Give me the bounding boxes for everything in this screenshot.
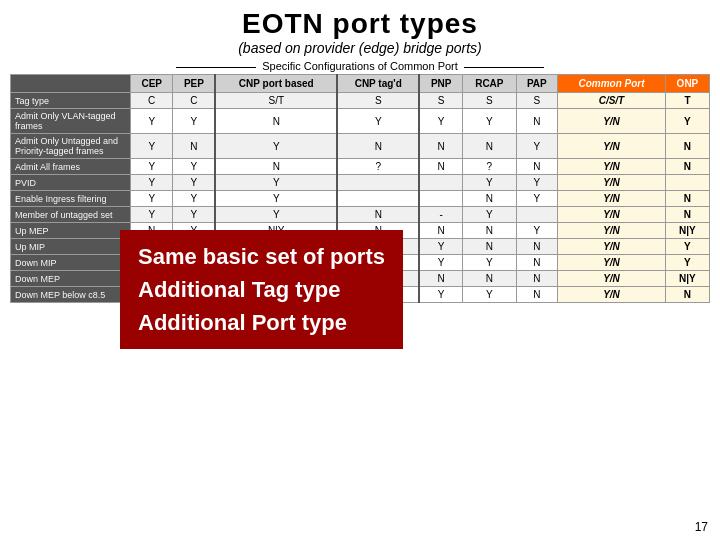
col-header-pep: PEP <box>173 75 215 93</box>
cell-cnp_pb: Y <box>215 191 337 207</box>
cell-rcap: Y <box>463 207 517 223</box>
cell-rcap: N <box>463 239 517 255</box>
cell-common: Y/N <box>558 159 666 175</box>
cell-cep: Y <box>131 175 173 191</box>
cell-pnp <box>419 175 462 191</box>
cell-cep: C <box>131 93 173 109</box>
cell-cep: Y <box>131 207 173 223</box>
cell-cep: Y <box>131 159 173 175</box>
col-header-cnp-td: CNP tag'd <box>337 75 419 93</box>
cell-cnp_td: N <box>337 207 419 223</box>
cell-pap: Y <box>516 175 557 191</box>
cell-cnp_pb: N <box>215 109 337 134</box>
cell-cnp_td: S <box>337 93 419 109</box>
cell-onp: N <box>665 134 709 159</box>
cell-cnp_pb: S/T <box>215 93 337 109</box>
cell-onp: Y <box>665 255 709 271</box>
cell-rcap: N <box>463 223 517 239</box>
cell-common: Y/N <box>558 255 666 271</box>
cell-label: Up MIP <box>11 239 131 255</box>
cell-pnp: Y <box>419 255 462 271</box>
cell-onp: N|Y <box>665 223 709 239</box>
cell-pep: C <box>173 93 215 109</box>
cell-label: Up MEP <box>11 223 131 239</box>
page-subtitle: (based on provider (edge) bridge ports) <box>0 40 720 56</box>
cell-pnp: N <box>419 223 462 239</box>
cell-cep: Y <box>131 191 173 207</box>
cell-rcap: Y <box>463 175 517 191</box>
table-row: Tag typeCCS/TSSSSC/S/TT <box>11 93 710 109</box>
cell-cnp_td: N <box>337 134 419 159</box>
cell-pap: N <box>516 239 557 255</box>
col-header-pnp: PNP <box>419 75 462 93</box>
cell-onp: N <box>665 207 709 223</box>
cell-pap: N <box>516 271 557 287</box>
section-title: Specific Configurations of Common Port <box>0 60 720 72</box>
cell-cnp_td <box>337 191 419 207</box>
cell-label: Admit Only VLAN-tagged frames <box>11 109 131 134</box>
cell-onp: N <box>665 287 709 303</box>
cell-rcap: N <box>463 271 517 287</box>
cell-cnp_pb: N <box>215 159 337 175</box>
cell-pnp: Y <box>419 109 462 134</box>
cell-pep: Y <box>173 175 215 191</box>
table-row: Enable Ingress filteringYYYNYY/NN <box>11 191 710 207</box>
cell-common: Y/N <box>558 191 666 207</box>
cell-pnp: N <box>419 134 462 159</box>
cell-cnp_pb: Y <box>215 134 337 159</box>
cell-pnp: S <box>419 93 462 109</box>
cell-onp: T <box>665 93 709 109</box>
table-row: Member of untagged setYYYN-YY/NN <box>11 207 710 223</box>
cell-cep: Y <box>131 134 173 159</box>
cell-common: Y/N <box>558 271 666 287</box>
cell-label: Admit All frames <box>11 159 131 175</box>
cell-cep: Y <box>131 109 173 134</box>
cell-pep: N <box>173 134 215 159</box>
cell-rcap: S <box>463 93 517 109</box>
cell-pap <box>516 207 557 223</box>
cell-label: Tag type <box>11 93 131 109</box>
page-number: 17 <box>695 520 708 534</box>
cell-pep: Y <box>173 207 215 223</box>
cell-rcap: Y <box>463 109 517 134</box>
cell-rcap: Y <box>463 255 517 271</box>
cell-label: Member of untagged set <box>11 207 131 223</box>
cell-common: C/S/T <box>558 93 666 109</box>
cell-onp: N <box>665 191 709 207</box>
cell-rcap: Y <box>463 287 517 303</box>
cell-pap: S <box>516 93 557 109</box>
cell-rcap: N <box>463 191 517 207</box>
cell-label: Down MIP <box>11 255 131 271</box>
cell-cnp_td: Y <box>337 109 419 134</box>
cell-cnp_td <box>337 175 419 191</box>
col-header-empty <box>11 75 131 93</box>
cell-pnp: Y <box>419 239 462 255</box>
cell-pap: N <box>516 109 557 134</box>
cell-pap: Y <box>516 134 557 159</box>
cell-common: Y/N <box>558 287 666 303</box>
overlay-line3: Additional Port type <box>138 306 385 339</box>
table-row: Admit All framesYYN?N?NY/NN <box>11 159 710 175</box>
col-header-common: Common Port <box>558 75 666 93</box>
cell-onp <box>665 175 709 191</box>
cell-pap: Y <box>516 191 557 207</box>
cell-common: Y/N <box>558 239 666 255</box>
cell-pnp: Y <box>419 287 462 303</box>
col-header-cep: CEP <box>131 75 173 93</box>
cell-pep: Y <box>173 159 215 175</box>
table-row: Admit Only VLAN-tagged framesYYNYYYNY/NY <box>11 109 710 134</box>
cell-pnp <box>419 191 462 207</box>
cell-onp: Y <box>665 239 709 255</box>
cell-onp: N|Y <box>665 271 709 287</box>
page-title: EOTN port types <box>0 8 720 40</box>
cell-pap: N <box>516 159 557 175</box>
cell-common: Y/N <box>558 109 666 134</box>
cell-rcap: N <box>463 134 517 159</box>
cell-pep: Y <box>173 191 215 207</box>
table-row: PVIDYYYYYY/N <box>11 175 710 191</box>
overlay-line1: Same basic set of ports <box>138 240 385 273</box>
cell-cnp_pb: Y <box>215 207 337 223</box>
cell-common: Y/N <box>558 223 666 239</box>
cell-label: Enable Ingress filtering <box>11 191 131 207</box>
cell-rcap: ? <box>463 159 517 175</box>
